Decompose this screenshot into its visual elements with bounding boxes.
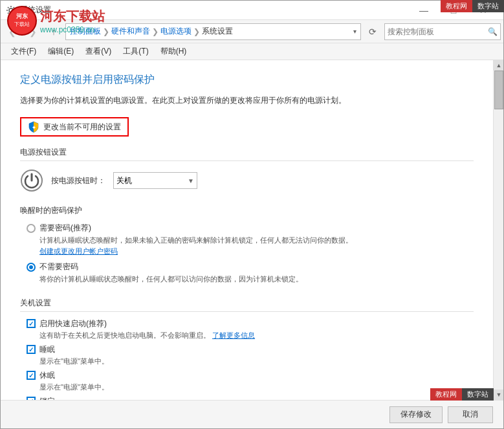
search-icon[interactable]: 🔍 [488,27,498,36]
scroll-track [494,71,503,390]
hibernate-item: 休眠 显示在"电源"菜单中。 [27,370,474,392]
breadcrumb-current: 系统设置 [202,26,233,37]
shutdown-checkbox-group: 启用快速启动(推荐) 这有助于在关机之后更快地启动电脑。不会影响重启。 了解更多… [20,318,474,400]
breadcrumb-power[interactable]: 电源选项 [160,26,192,37]
change-btn-label: 更改当前不可用的设置 [43,122,121,133]
sleep-checkbox[interactable] [27,345,36,354]
titlebar: 系统设置 — □ ✕ [1,1,503,20]
scroll-up-button[interactable]: ▲ [494,60,503,71]
hibernate-desc: 显示在"电源"菜单中。 [39,382,474,392]
breadcrumb: 控制面板 ❯ 硬件和声音 ❯ 电源选项 ❯ 系统设置 ▾ [65,23,361,40]
power-btn-label: 按电源按钮时： [51,175,105,186]
power-icon [20,169,43,192]
search-input[interactable] [388,27,488,36]
dropdown-value: 关机 [116,175,132,186]
addressbar: ❮ ❯ ↑ 控制面板 ❯ 硬件和声音 ❯ 电源选项 ❯ 系统设置 ▾ ⟳ 🔍 [1,20,503,43]
menu-file[interactable]: 文件(F) [6,45,41,58]
wakeup-title: 唤醒时的密码保护 [20,205,474,216]
power-action-dropdown[interactable]: 关机 ▼ [113,172,197,189]
no-password-option: 不需要密码 将你的计算机从睡眠状态唤醒时，任何人都可以访问你的数据，因为计算机未… [27,261,474,285]
fast-startup-desc: 这有助于在关机之后更快地启动电脑。不会影响重启。 了解更多信息 [39,331,474,340]
window-controls: — □ ✕ [409,1,498,20]
titlebar-icon [6,5,16,16]
content-area: 定义电源按钮并启用密码保护 选择要为你的计算机设置的电源设置。在此页上对设置所做… [1,60,503,400]
back-button[interactable]: ❮ [3,23,21,41]
search-box: 🔍 [384,23,501,40]
main-content: 定义电源按钮并启用密码保护 选择要为你的计算机设置的电源设置。在此页上对设置所做… [1,60,493,400]
sleep-desc: 显示在"电源"菜单中。 [39,357,474,366]
create-password-link[interactable]: 创建或更改用户帐户密码 [39,247,118,255]
scroll-down-button[interactable]: ▼ [494,390,503,400]
menubar: 文件(F) 编辑(E) 查看(V) 工具(T) 帮助(H) [1,43,503,60]
page-title: 定义电源按钮并启用密码保护 [20,73,474,87]
maximize-button[interactable]: □ [439,1,468,20]
hibernate-label: 休眠 [39,370,55,381]
password-radio-group: 需要密码(推荐) 计算机从睡眠状态唤醒时，如果未输入正确的密码来解除计算机锁定，… [20,223,474,285]
no-password-desc: 将你的计算机从睡眠状态唤醒时，任何人都可以访问你的数据，因为计算机未锁定。 [39,274,474,285]
shutdown-section: 关机设置 启用快速启动(推荐) 这有助于在关机之后更快地启动电脑。不会影响重启。… [20,298,474,400]
power-button-row: 按电源按钮时： 关机 ▼ [20,169,474,192]
menu-tools[interactable]: 工具(T) [118,45,153,58]
svg-point-0 [9,8,13,12]
shield-icon: ✦ [28,121,39,133]
no-password-label: 不需要密码 [39,261,78,272]
svg-text:✦: ✦ [32,125,36,131]
save-button[interactable]: 保存修改 [389,406,443,423]
refresh-button[interactable]: ⟳ [364,23,382,41]
breadcrumb-control-panel[interactable]: 控制面板 [70,26,101,37]
no-password-radio[interactable] [27,263,36,272]
need-password-option: 需要密码(推荐) 计算机从睡眠状态唤醒时，如果未输入正确的密码来解除计算机锁定，… [27,223,474,256]
need-password-radio[interactable] [27,224,36,233]
close-button[interactable]: ✕ [468,1,498,20]
forward-button[interactable]: ❯ [24,23,42,41]
bottom-bar: 保存修改 取消 [1,400,503,428]
need-password-label: 需要密码(推荐) [39,223,91,234]
scrollbar: ▲ ▼ [493,60,503,400]
minimize-button[interactable]: — [409,1,439,20]
page-subtitle: 选择要为你的计算机设置的电源设置。在此页上对设置所做的更改将应用于你所有的电源计… [20,94,474,107]
hibernate-checkbox[interactable] [27,371,36,380]
window-title: 系统设置 [20,5,409,16]
change-settings-button[interactable]: ✦ 更改当前不可用的设置 [20,117,129,137]
sleep-label: 睡眠 [39,344,55,355]
dropdown-arrow-icon: ▼ [188,177,194,184]
breadcrumb-hardware[interactable]: 硬件和声音 [111,26,150,37]
sleep-item: 睡眠 显示在"电源"菜单中。 [27,344,474,366]
menu-help[interactable]: 帮助(H) [155,45,192,58]
fast-startup-item: 启用快速启动(推荐) 这有助于在关机之后更快地启动电脑。不会影响重启。 了解更多… [27,318,474,340]
cancel-button[interactable]: 取消 [448,406,493,423]
need-password-desc: 计算机从睡眠状态唤醒时，如果未输入正确的密码来解除计算机锁定，任何人都无法访问你… [39,235,474,256]
menu-edit[interactable]: 编辑(E) [43,45,79,58]
scroll-thumb[interactable] [494,71,503,109]
wakeup-section: 唤醒时的密码保护 需要密码(推荐) 计算机从睡眠状态唤醒时，如果未输入正确的密码… [20,205,474,285]
fast-startup-label: 启用快速启动(推荐) [39,318,107,329]
main-window: 系统设置 — □ ✕ ❮ ❯ ↑ 控制面板 ❯ 硬件和声音 ❯ 电源选项 ❯ 系… [0,0,504,429]
menu-view[interactable]: 查看(V) [80,45,116,58]
power-btn-section-label: 电源按钮设置 [20,147,474,161]
fast-startup-checkbox[interactable] [27,319,36,328]
shutdown-title: 关机设置 [20,298,474,312]
up-button[interactable]: ↑ [45,23,63,41]
learn-more-link[interactable]: 了解更多信息 [212,331,255,339]
